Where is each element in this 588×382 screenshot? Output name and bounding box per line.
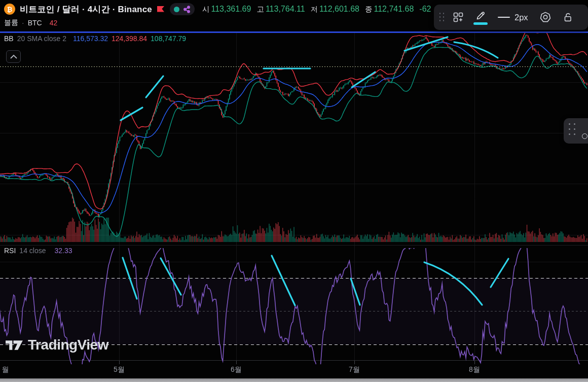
tradingview-logo-text: TradingView: [28, 337, 108, 353]
share-icon: [183, 6, 191, 13]
close-label: 종: [365, 5, 373, 14]
btc-logo-icon: ₿: [4, 4, 15, 15]
time-tick-4: 8월: [469, 365, 480, 374]
pencil-icon: [475, 10, 486, 21]
floating-widget: [564, 118, 588, 144]
market-status-dot-icon: [174, 7, 179, 12]
line-width-label: 2px: [514, 13, 528, 22]
pencil-tool-button[interactable]: [470, 7, 491, 28]
templates-icon: [452, 11, 464, 23]
rsi-value: 32.33: [55, 247, 72, 255]
tradingview-watermark[interactable]: TradingView: [5, 337, 108, 353]
bb-legend: BB 20 SMA close 2 116,573.32 124,398.84 …: [4, 34, 186, 43]
symbol-header: ₿ 비트코인 / 달러 · 4시간 · Binance 시113,361.69 …: [4, 3, 431, 16]
bb-params: 20 SMA close 2: [17, 34, 66, 43]
high-value: 113,764.11: [266, 5, 305, 14]
widget-drag-handle-icon[interactable]: [569, 123, 576, 136]
tradingview-app: ₿ 비트코인 / 달러 · 4시간 · Binance 시113,361.69 …: [0, 0, 588, 382]
bb-lower-value: 108,747.79: [151, 34, 186, 43]
symbol-title[interactable]: 비트코인 / 달러 · 4시간 · Binance: [20, 4, 152, 15]
collapse-legend-button[interactable]: [6, 50, 21, 63]
status-pill[interactable]: [170, 3, 195, 15]
low-label: 저: [311, 5, 318, 14]
open-value: 113,361.69: [211, 5, 251, 14]
rsi-params: 14 close: [19, 247, 46, 255]
bb-name: BB: [4, 34, 14, 43]
line-width-icon: [498, 17, 510, 18]
time-tick-0: 월: [2, 365, 9, 374]
widget-circle-icon[interactable]: [582, 133, 587, 139]
tradingview-logo-icon: [5, 338, 24, 353]
settings-button[interactable]: [535, 7, 556, 28]
drawing-templates-button[interactable]: [448, 7, 468, 28]
lock-open-icon: [562, 11, 574, 23]
chevron-up-icon: [10, 54, 18, 59]
change-value: -62: [419, 5, 431, 14]
time-tick-1: 5월: [114, 365, 125, 374]
bottom-edge-strip: [0, 378, 588, 382]
toolbar-drag-handle[interactable]: [438, 7, 446, 28]
volume-value: 42: [50, 19, 58, 27]
separator-dot: ·: [22, 19, 24, 27]
lock-button[interactable]: [558, 7, 578, 28]
flag-icon[interactable]: [157, 6, 165, 13]
high-label: 고: [256, 5, 264, 14]
ohlc-readout: 시113,361.69 고113,764.11 저112,601.68 종112…: [202, 5, 431, 14]
close-value: 112,741.68: [374, 5, 414, 14]
bb-basis-value: 116,573.32: [73, 34, 108, 43]
volume-title: 볼륨: [4, 18, 18, 27]
volume-symbol: BTC: [28, 19, 42, 27]
low-value: 112,601.68: [319, 5, 359, 14]
gear-icon: [539, 11, 552, 23]
rsi-name: RSI: [4, 247, 16, 255]
time-tick-2: 6월: [231, 365, 242, 374]
bb-upper-value: 124,398.84: [112, 34, 147, 43]
rsi-legend: RSI 14 close 32.33: [4, 247, 72, 255]
drawing-toolbar: 2px: [434, 5, 588, 30]
chart-canvas[interactable]: [0, 0, 588, 382]
line-width-control[interactable]: 2px: [493, 13, 533, 22]
time-tick-3: 7월: [349, 365, 360, 374]
open-label: 시: [202, 5, 210, 14]
volume-legend: 볼륨 · BTC 42: [4, 18, 57, 27]
active-color-bar: [473, 22, 488, 25]
